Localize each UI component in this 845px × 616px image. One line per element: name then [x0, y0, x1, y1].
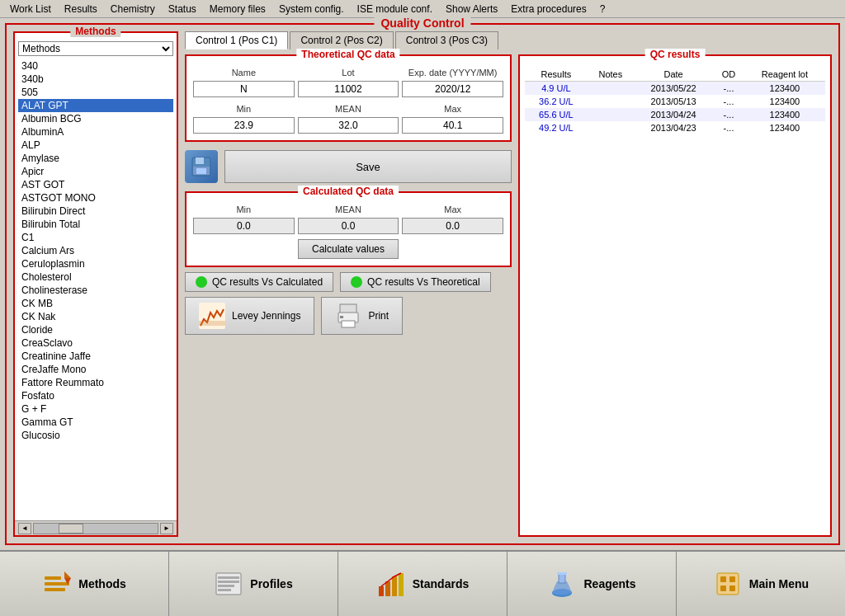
table-row[interactable]: 36.2 U/L 2013/05/13 -... 123400 — [525, 95, 825, 108]
methods-list[interactable]: 340 340b 505 ALAT GPT Albumin BCG Albumi… — [18, 59, 173, 519]
menu-show-alerts[interactable]: Show Alerts — [439, 2, 504, 16]
menu-chemistry[interactable]: Chemistry — [104, 2, 162, 16]
menu-status[interactable]: Status — [162, 2, 203, 16]
list-item[interactable]: 340b — [18, 73, 173, 86]
qc-vs-theoretical-button[interactable]: QC results Vs Theoretical — [340, 272, 491, 292]
list-item[interactable]: CK MB — [18, 297, 173, 310]
calc-min[interactable] — [193, 218, 295, 234]
qc-inner: Methods Methods 340 340b 505 ALAT GPT Al… — [7, 25, 838, 543]
nav-standards-button[interactable]: Standards — [338, 552, 507, 616]
bottom-buttons: Levey Jennings — [185, 297, 512, 335]
nav-mainmenu-button[interactable]: Main Menu — [677, 552, 845, 616]
list-item[interactable]: Calcium Ars — [18, 244, 173, 257]
list-item[interactable]: ALP — [18, 139, 173, 152]
menu-ise-module[interactable]: ISE module conf. — [351, 2, 439, 16]
result-notes — [588, 95, 634, 108]
list-item[interactable]: AlbuminA — [18, 125, 173, 139]
menubar: Work List Results Chemistry Status Memor… — [0, 0, 845, 18]
result-date: 2013/05/22 — [634, 82, 713, 96]
table-row[interactable]: 65.6 U/L 2013/04/24 -... 123400 — [525, 108, 825, 121]
nav-profiles-button[interactable]: Profiles — [169, 552, 338, 616]
svg-rect-26 — [557, 572, 567, 575]
qc-vs-calculated-button[interactable]: QC results Vs Calculated — [185, 272, 333, 292]
nav-methods-button[interactable]: Methods — [0, 552, 169, 616]
qc-results-title: QC results — [645, 49, 706, 60]
list-item[interactable]: Amylase — [18, 152, 173, 165]
scroll-right-btn[interactable]: ► — [160, 523, 173, 534]
list-item[interactable]: CK Nak — [18, 310, 173, 323]
input-min[interactable] — [193, 117, 295, 134]
list-item[interactable]: Cloride — [18, 323, 173, 336]
list-item[interactable]: 340 — [18, 59, 173, 73]
list-item[interactable]: Bilirubin Direct — [18, 205, 173, 218]
input-lot[interactable] — [298, 81, 399, 97]
calc-max[interactable] — [402, 218, 503, 234]
list-item[interactable]: ASTGOT MONO — [18, 191, 173, 205]
svg-rect-8 — [342, 321, 355, 327]
input-max[interactable] — [402, 117, 503, 134]
menu-memory-files[interactable]: Memory files — [203, 2, 272, 16]
methods-list-container: Methods 340 340b 505 ALAT GPT Albumin BC… — [15, 40, 177, 535]
list-item[interactable]: Fattore Reummato — [18, 376, 173, 389]
list-item[interactable]: CreJaffe Mono — [18, 363, 173, 376]
menu-worklist[interactable]: Work List — [3, 2, 58, 16]
list-item[interactable]: Cholesterol — [18, 270, 173, 284]
list-item[interactable]: AST GOT — [18, 178, 173, 191]
qc-panel: Quality Control Methods Methods 340 340b… — [5, 23, 840, 545]
input-expdate[interactable] — [402, 81, 503, 97]
calculate-values-button[interactable]: Calculate values — [298, 239, 399, 259]
methods-sidebar-title: Methods — [70, 26, 120, 37]
list-item[interactable]: G + F — [18, 402, 173, 416]
tabs: Control 1 (Pos C1) Control 2 (Pos C2) Co… — [185, 31, 832, 49]
svg-rect-5 — [199, 321, 225, 326]
list-item[interactable]: Bilirubin Total — [18, 218, 173, 231]
levey-jennings-button[interactable]: Levey Jennings — [185, 297, 314, 335]
menu-system-config[interactable]: System config. — [272, 2, 351, 16]
nav-reagents-button[interactable]: Reagents — [507, 552, 677, 616]
result-value[interactable]: 65.6 U/L — [539, 110, 574, 120]
menu-help[interactable]: ? — [593, 2, 612, 16]
tab-control2[interactable]: Control 2 (Pos C2) — [290, 31, 393, 49]
scrollbar-track[interactable] — [33, 523, 158, 534]
scroll-left-btn[interactable]: ◄ — [18, 523, 31, 534]
list-item[interactable]: Cholinesterase — [18, 284, 173, 297]
list-item[interactable]: Glucosio — [18, 429, 173, 442]
list-item[interactable]: Gamma GT — [18, 416, 173, 429]
tab-control3[interactable]: Control 3 (Pos C3) — [395, 31, 498, 49]
qc-toggles: QC results Vs Calculated QC results Vs T… — [185, 272, 512, 292]
menu-extra-procedures[interactable]: Extra procedures — [504, 2, 592, 16]
list-item[interactable]: 505 — [18, 86, 173, 99]
result-value[interactable]: 4.9 U/L — [541, 83, 570, 93]
list-item[interactable]: Albumin BCG — [18, 112, 173, 125]
result-value[interactable]: 36.2 U/L — [539, 96, 574, 106]
table-row[interactable]: 4.9 U/L 2013/05/22 -... 123400 — [525, 82, 825, 96]
table-row[interactable]: 49.2 U/L 2013/04/23 -... 123400 — [525, 121, 825, 134]
list-item[interactable]: Apicr — [18, 165, 173, 178]
result-notes — [588, 121, 634, 134]
svg-rect-17 — [218, 581, 239, 583]
svg-rect-10 — [45, 576, 61, 580]
scrollbar-thumb — [59, 524, 83, 534]
list-item[interactable]: Ceruloplasmin — [18, 257, 173, 270]
result-value[interactable]: 49.2 U/L — [539, 123, 574, 133]
tab-control1[interactable]: Control 1 (Pos C1) — [185, 31, 288, 49]
methods-dropdown[interactable]: Methods — [18, 41, 173, 56]
th-max: Max — [402, 104, 503, 114]
list-item[interactable]: Fosfato — [18, 389, 173, 402]
list-item[interactable]: Creatinine Jaffe — [18, 350, 173, 363]
list-item-alat[interactable]: ALAT GPT — [18, 99, 173, 112]
input-mean[interactable] — [298, 117, 399, 134]
menu-results[interactable]: Results — [58, 2, 104, 16]
save-section: Save — [185, 147, 512, 186]
input-name[interactable] — [193, 81, 295, 97]
calc-mean[interactable] — [298, 218, 399, 234]
print-button[interactable]: Print — [321, 297, 403, 335]
save-button[interactable]: Save — [224, 150, 512, 183]
svg-rect-28 — [720, 576, 726, 582]
profiles-nav-icon — [214, 569, 243, 599]
nav-reagents-label: Reagents — [583, 577, 635, 590]
list-item[interactable]: CreaSclavo — [18, 336, 173, 350]
list-item[interactable]: C1 — [18, 231, 173, 244]
svg-rect-27 — [717, 573, 739, 595]
svg-rect-12 — [45, 588, 65, 591]
